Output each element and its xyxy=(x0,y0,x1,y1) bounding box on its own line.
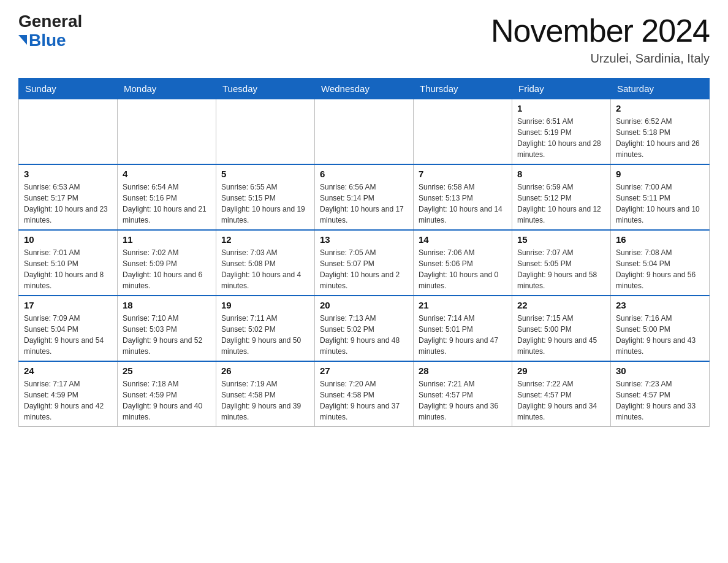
cell-week3-day2: 12Sunrise: 7:03 AMSunset: 5:08 PMDayligh… xyxy=(216,230,315,296)
cell-week1-day4 xyxy=(414,99,512,165)
day-number: 12 xyxy=(221,234,309,245)
day-number: 14 xyxy=(419,234,507,245)
day-info: Sunrise: 7:21 AMSunset: 4:57 PMDaylight:… xyxy=(419,378,507,423)
day-number: 20 xyxy=(320,300,408,310)
header-friday: Friday xyxy=(512,79,611,99)
day-info: Sunrise: 6:54 AMSunset: 5:16 PMDaylight:… xyxy=(123,182,211,226)
day-info: Sunrise: 6:59 AMSunset: 5:12 PMDaylight:… xyxy=(517,182,605,226)
day-number: 16 xyxy=(616,234,704,245)
day-number: 26 xyxy=(221,366,309,376)
day-info: Sunrise: 7:19 AMSunset: 4:58 PMDaylight:… xyxy=(221,378,309,423)
cell-week2-day1: 4Sunrise: 6:54 AMSunset: 5:16 PMDaylight… xyxy=(118,164,216,230)
week-row-5: 24Sunrise: 7:17 AMSunset: 4:59 PMDayligh… xyxy=(19,361,710,427)
cell-week3-day1: 11Sunrise: 7:02 AMSunset: 5:09 PMDayligh… xyxy=(118,230,216,296)
cell-week2-day0: 3Sunrise: 6:53 AMSunset: 5:17 PMDaylight… xyxy=(19,164,118,230)
header-monday: Monday xyxy=(118,79,216,99)
day-info: Sunrise: 7:08 AMSunset: 5:04 PMDaylight:… xyxy=(616,247,704,291)
day-info: Sunrise: 6:55 AMSunset: 5:15 PMDaylight:… xyxy=(221,182,309,226)
cell-week1-day2 xyxy=(216,99,315,165)
cell-week1-day6: 2Sunrise: 6:52 AMSunset: 5:18 PMDaylight… xyxy=(611,99,710,165)
cell-week5-day3: 27Sunrise: 7:20 AMSunset: 4:58 PMDayligh… xyxy=(315,361,414,427)
week-row-1: 1Sunrise: 6:51 AMSunset: 5:19 PMDaylight… xyxy=(19,99,710,165)
day-info: Sunrise: 6:56 AMSunset: 5:14 PMDaylight:… xyxy=(320,182,408,226)
cell-week2-day5: 8Sunrise: 6:59 AMSunset: 5:12 PMDaylight… xyxy=(512,164,611,230)
cell-week3-day3: 13Sunrise: 7:05 AMSunset: 5:07 PMDayligh… xyxy=(315,230,414,296)
day-info: Sunrise: 6:51 AMSunset: 5:19 PMDaylight:… xyxy=(517,116,605,160)
day-number: 19 xyxy=(221,300,309,310)
cell-week4-day3: 20Sunrise: 7:13 AMSunset: 5:02 PMDayligh… xyxy=(315,296,414,361)
day-info: Sunrise: 7:15 AMSunset: 5:00 PMDaylight:… xyxy=(517,313,605,357)
cell-week4-day4: 21Sunrise: 7:14 AMSunset: 5:01 PMDayligh… xyxy=(414,296,512,361)
cell-week4-day5: 22Sunrise: 7:15 AMSunset: 5:00 PMDayligh… xyxy=(512,296,611,361)
day-number: 15 xyxy=(517,234,605,245)
cell-week5-day5: 29Sunrise: 7:22 AMSunset: 4:57 PMDayligh… xyxy=(512,361,611,427)
title-section: November 2024 Urzulei, Sardinia, Italy xyxy=(491,12,710,66)
weekday-header-row: Sunday Monday Tuesday Wednesday Thursday… xyxy=(19,79,710,99)
day-number: 2 xyxy=(616,103,704,113)
day-info: Sunrise: 7:17 AMSunset: 4:59 PMDaylight:… xyxy=(24,378,112,423)
calendar-table: Sunday Monday Tuesday Wednesday Thursday… xyxy=(18,78,710,427)
day-number: 27 xyxy=(320,366,408,376)
day-number: 22 xyxy=(517,300,605,310)
day-info: Sunrise: 7:23 AMSunset: 4:57 PMDaylight:… xyxy=(616,378,704,423)
cell-week1-day0 xyxy=(19,99,118,165)
cell-week4-day0: 17Sunrise: 7:09 AMSunset: 5:04 PMDayligh… xyxy=(19,296,118,361)
header: General Blue November 2024 Urzulei, Sard… xyxy=(18,12,710,66)
logo-general-text: General xyxy=(18,12,82,31)
day-info: Sunrise: 7:22 AMSunset: 4:57 PMDaylight:… xyxy=(517,378,605,423)
day-number: 6 xyxy=(320,169,408,179)
day-info: Sunrise: 6:58 AMSunset: 5:13 PMDaylight:… xyxy=(419,182,507,226)
day-number: 11 xyxy=(123,234,211,245)
cell-week2-day3: 6Sunrise: 6:56 AMSunset: 5:14 PMDaylight… xyxy=(315,164,414,230)
day-info: Sunrise: 7:16 AMSunset: 5:00 PMDaylight:… xyxy=(616,313,704,357)
cell-week2-day6: 9Sunrise: 7:00 AMSunset: 5:11 PMDaylight… xyxy=(611,164,710,230)
cell-week4-day6: 23Sunrise: 7:16 AMSunset: 5:00 PMDayligh… xyxy=(611,296,710,361)
header-sunday: Sunday xyxy=(19,79,118,99)
day-info: Sunrise: 7:13 AMSunset: 5:02 PMDaylight:… xyxy=(320,313,408,357)
logo-triangle-icon xyxy=(18,35,27,45)
cell-week5-day0: 24Sunrise: 7:17 AMSunset: 4:59 PMDayligh… xyxy=(19,361,118,427)
day-info: Sunrise: 7:02 AMSunset: 5:09 PMDaylight:… xyxy=(123,247,211,291)
logo-blue-text: Blue xyxy=(18,31,66,50)
day-number: 23 xyxy=(616,300,704,310)
day-number: 10 xyxy=(24,234,112,245)
cell-week1-day3 xyxy=(315,99,414,165)
cell-week2-day4: 7Sunrise: 6:58 AMSunset: 5:13 PMDaylight… xyxy=(414,164,512,230)
cell-week5-day2: 26Sunrise: 7:19 AMSunset: 4:58 PMDayligh… xyxy=(216,361,315,427)
day-info: Sunrise: 7:07 AMSunset: 5:05 PMDaylight:… xyxy=(517,247,605,291)
cell-week3-day4: 14Sunrise: 7:06 AMSunset: 5:06 PMDayligh… xyxy=(414,230,512,296)
day-number: 25 xyxy=(123,366,211,376)
cell-week1-day5: 1Sunrise: 6:51 AMSunset: 5:19 PMDaylight… xyxy=(512,99,611,165)
day-info: Sunrise: 7:05 AMSunset: 5:07 PMDaylight:… xyxy=(320,247,408,291)
cell-week3-day0: 10Sunrise: 7:01 AMSunset: 5:10 PMDayligh… xyxy=(19,230,118,296)
day-info: Sunrise: 6:52 AMSunset: 5:18 PMDaylight:… xyxy=(616,116,704,160)
day-info: Sunrise: 7:03 AMSunset: 5:08 PMDaylight:… xyxy=(221,247,309,291)
day-info: Sunrise: 7:00 AMSunset: 5:11 PMDaylight:… xyxy=(616,182,704,226)
day-info: Sunrise: 7:10 AMSunset: 5:03 PMDaylight:… xyxy=(123,313,211,357)
day-number: 5 xyxy=(221,169,309,179)
day-number: 28 xyxy=(419,366,507,376)
calendar-subtitle: Urzulei, Sardinia, Italy xyxy=(491,52,710,66)
day-number: 4 xyxy=(123,169,211,179)
day-info: Sunrise: 7:09 AMSunset: 5:04 PMDaylight:… xyxy=(24,313,112,357)
day-number: 29 xyxy=(517,366,605,376)
cell-week3-day5: 15Sunrise: 7:07 AMSunset: 5:05 PMDayligh… xyxy=(512,230,611,296)
header-tuesday: Tuesday xyxy=(216,79,315,99)
day-info: Sunrise: 7:20 AMSunset: 4:58 PMDaylight:… xyxy=(320,378,408,423)
week-row-3: 10Sunrise: 7:01 AMSunset: 5:10 PMDayligh… xyxy=(19,230,710,296)
cell-week5-day4: 28Sunrise: 7:21 AMSunset: 4:57 PMDayligh… xyxy=(414,361,512,427)
day-number: 9 xyxy=(616,169,704,179)
day-info: Sunrise: 7:14 AMSunset: 5:01 PMDaylight:… xyxy=(419,313,507,357)
cell-week2-day2: 5Sunrise: 6:55 AMSunset: 5:15 PMDaylight… xyxy=(216,164,315,230)
cell-week4-day2: 19Sunrise: 7:11 AMSunset: 5:02 PMDayligh… xyxy=(216,296,315,361)
day-info: Sunrise: 7:18 AMSunset: 4:59 PMDaylight:… xyxy=(123,378,211,423)
week-row-2: 3Sunrise: 6:53 AMSunset: 5:17 PMDaylight… xyxy=(19,164,710,230)
day-number: 18 xyxy=(123,300,211,310)
calendar-title: November 2024 xyxy=(491,12,710,49)
day-info: Sunrise: 6:53 AMSunset: 5:17 PMDaylight:… xyxy=(24,182,112,226)
day-number: 8 xyxy=(517,169,605,179)
day-info: Sunrise: 7:01 AMSunset: 5:10 PMDaylight:… xyxy=(24,247,112,291)
cell-week4-day1: 18Sunrise: 7:10 AMSunset: 5:03 PMDayligh… xyxy=(118,296,216,361)
day-number: 1 xyxy=(517,103,605,113)
header-thursday: Thursday xyxy=(414,79,512,99)
